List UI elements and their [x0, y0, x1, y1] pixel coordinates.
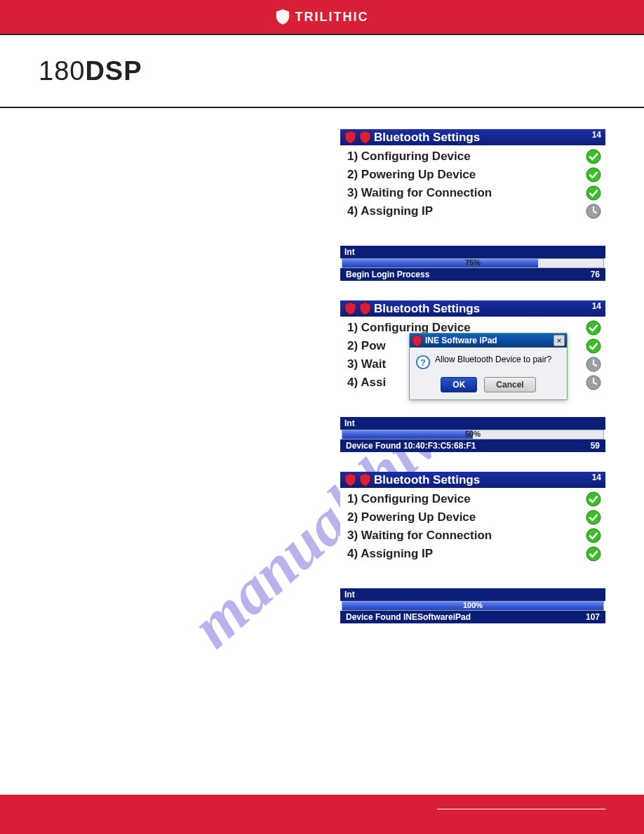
product-bar: 180DSP — [0, 34, 644, 108]
step-row: 3) Waiting for Connection — [347, 184, 601, 202]
main-content: manualshive.com Bluetooth Settings 14 1)… — [0, 108, 644, 795]
window-title: Bluetooth Settings — [374, 131, 480, 145]
bluetooth-screen: Bluetooth Settings 14 1) Configuring Dev… — [340, 300, 605, 452]
window-titlebar: Bluetooth Settings 14 — [340, 472, 605, 488]
status-count: 76 — [591, 270, 600, 279]
dialog-titlebar: INE Software iPad × — [410, 333, 567, 348]
progress-bar: 75% — [342, 258, 604, 268]
status-text: Device Found 10:40:F3:C5:68:F1 — [346, 441, 476, 451]
check-icon — [586, 491, 601, 507]
shield-icon — [344, 131, 356, 144]
step-label: 2) Pow — [347, 339, 386, 353]
progress-label: 100% — [342, 601, 603, 609]
cancel-button[interactable]: Cancel — [484, 377, 535, 392]
status-text: Begin Login Process — [346, 270, 429, 279]
product-right: DSP — [85, 56, 142, 86]
status-bar: Device Found INESoftwareiPad 107 — [340, 611, 605, 623]
status-count: 107 — [586, 612, 600, 622]
status-count: 59 — [591, 441, 600, 451]
dialog-buttons: OK Cancel — [410, 374, 567, 399]
step-row: 1) Configuring Device — [347, 490, 601, 508]
steps-list: 1) Configuring Device 2) Powering Up Dev… — [340, 145, 605, 222]
header-badge: 14 — [592, 301, 601, 311]
bluetooth-screen: Bluetooth Settings 14 1) Configuring Dev… — [340, 129, 605, 281]
step-row: 2) Powering Up Device — [347, 508, 601, 527]
check-icon — [586, 167, 601, 183]
check-icon — [586, 546, 601, 562]
header-badge: 14 — [592, 130, 601, 140]
steps-list: 1) Configuring Device 2) Powering Up Dev… — [340, 488, 605, 564]
step-label: 4) Assigning IP — [347, 204, 433, 218]
status-bar: Begin Login Process 76 — [340, 268, 605, 281]
progress-area: Int 100% Device Found INESoftwareiPad 10… — [340, 588, 605, 623]
clock-icon — [586, 357, 601, 372]
status-bar: Device Found 10:40:F3:C5:68:F1 59 — [340, 439, 605, 452]
close-icon[interactable]: × — [554, 335, 565, 346]
step-row: 1) Configuring Device — [347, 147, 601, 166]
product-name: 180DSP — [39, 56, 142, 86]
check-icon — [586, 510, 601, 525]
shield-icon — [276, 8, 290, 25]
step-label: 3) Waiting for Connection — [347, 186, 492, 200]
question-icon: ? — [415, 355, 431, 370]
pair-dialog: INE Software iPad × ? Allow Bluetooth De… — [409, 333, 568, 400]
bluetooth-screen: Bluetooth Settings 14 1) Configuring Dev… — [340, 472, 605, 623]
header-badge: 14 — [592, 472, 601, 482]
step-label: 4) Assigning IP — [347, 547, 433, 561]
step-label: 3) Wait — [347, 357, 386, 371]
screens-column: Bluetooth Settings 14 1) Configuring Dev… — [39, 129, 605, 623]
check-icon — [586, 338, 601, 354]
shield-icon — [344, 473, 356, 486]
dialog-body: ? Allow Bluetooth Device to pair? — [410, 348, 567, 374]
step-label: 2) Powering Up Device — [347, 510, 476, 524]
top-brand-bar: TRILITHIC — [0, 0, 644, 34]
info-bar: Int — [340, 588, 605, 601]
footer-rule — [437, 809, 605, 809]
progress-label: 50% — [342, 430, 603, 438]
check-icon — [586, 320, 601, 336]
step-row: 4) Assigning IP — [347, 545, 601, 563]
window-title: Bluetooth Settings — [374, 302, 480, 316]
page-footer — [0, 795, 644, 834]
progress-area: Int 75% Begin Login Process 76 — [340, 246, 605, 281]
shield-icon — [359, 131, 371, 144]
brand: TRILITHIC — [276, 8, 369, 25]
info-bar: Int — [340, 417, 605, 430]
check-icon — [586, 528, 601, 543]
progress-bar: 50% — [342, 430, 604, 439]
step-row: 3) Waiting for Connection — [347, 527, 601, 545]
shield-icon — [359, 473, 371, 486]
info-bar: Int — [340, 246, 605, 258]
dialog-title: INE Software iPad — [425, 336, 497, 345]
svg-text:?: ? — [420, 357, 426, 368]
status-text: Device Found INESoftwareiPad — [346, 612, 471, 622]
brand-text: TRILITHIC — [295, 10, 369, 25]
check-icon — [586, 149, 601, 164]
ok-button[interactable]: OK — [441, 377, 477, 392]
progress-area: Int 50% Device Found 10:40:F3:C5:68:F1 5… — [340, 417, 605, 452]
step-label: 1) Configuring Device — [347, 492, 471, 506]
check-icon — [586, 185, 601, 201]
shield-icon — [344, 302, 356, 315]
window-titlebar: Bluetooth Settings 14 — [340, 129, 605, 145]
shield-icon — [359, 302, 371, 315]
progress-label: 75% — [342, 258, 603, 267]
shield-icon — [412, 335, 422, 347]
progress-bar: 100% — [342, 601, 604, 611]
step-label: 2) Powering Up Device — [347, 168, 476, 182]
step-row: 2) Powering Up Device — [347, 166, 601, 184]
step-label: 4) Assi — [347, 376, 386, 390]
window-titlebar: Bluetooth Settings 14 — [340, 300, 605, 317]
step-label: 3) Waiting for Connection — [347, 529, 492, 543]
clock-icon — [586, 204, 601, 219]
product-left: 180 — [39, 56, 85, 86]
dialog-message: Allow Bluetooth Device to pair? — [435, 355, 551, 364]
clock-icon — [586, 375, 601, 390]
step-label: 1) Configuring Device — [347, 150, 471, 164]
window-title: Bluetooth Settings — [374, 473, 480, 487]
step-row: 4) Assigning IP — [347, 202, 601, 220]
